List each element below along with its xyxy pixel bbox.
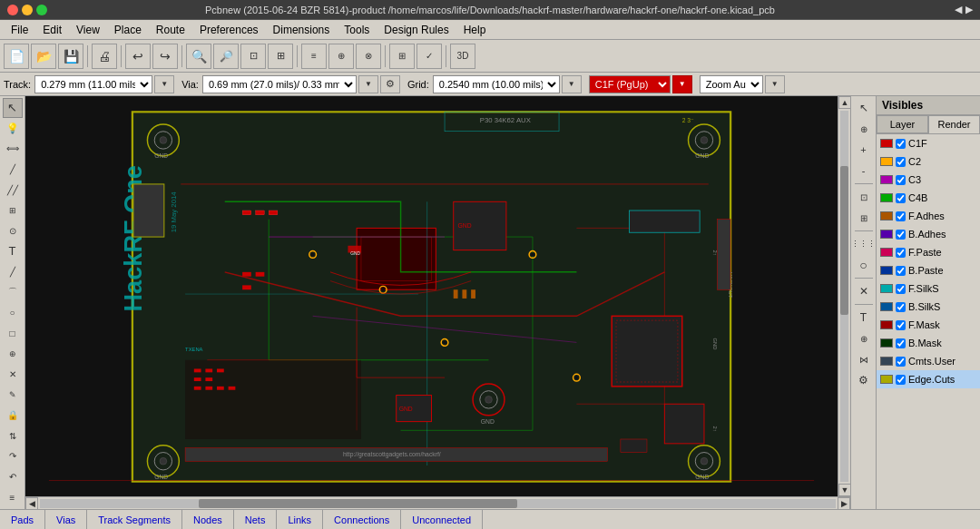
maximize-button[interactable]: [36, 5, 47, 15]
layer-row-edge-cuts[interactable]: Edge.Cuts: [877, 370, 980, 388]
lock-tool[interactable]: 🔒: [3, 406, 23, 426]
hscroll-thumb[interactable]: [199, 499, 517, 508]
circle-rt-button[interactable]: ○: [854, 255, 874, 275]
status-item-unconnected[interactable]: Unconnected: [401, 510, 483, 529]
status-item-vias[interactable]: Vias: [45, 510, 87, 529]
next-arrow[interactable]: ▶: [965, 4, 973, 15]
layer-checkbox-c2[interactable]: [896, 157, 906, 167]
layer-button[interactable]: ⊞: [389, 44, 415, 69]
via-select[interactable]: 0.69 mm (27.0 mils)/ 0.33 mm (13.0 mils): [202, 75, 357, 93]
zoom-out-rt-button[interactable]: -: [854, 161, 874, 181]
view3d-button[interactable]: 3D: [450, 44, 475, 69]
layer-row-f-silks[interactable]: F.SilkS: [877, 279, 980, 298]
layer-row-b-adhes[interactable]: B.Adhes: [877, 225, 980, 243]
layer-tab[interactable]: Layer: [877, 115, 928, 133]
properties-tool[interactable]: ≡: [3, 487, 23, 507]
grid-select[interactable]: 0.2540 mm (10.00 mils): [433, 75, 560, 93]
redo-button[interactable]: ↪: [152, 44, 178, 69]
draw-arc-tool[interactable]: ⌒: [3, 282, 23, 302]
layer-checkbox-cmts.user[interactable]: [896, 357, 906, 367]
status-item-nodes[interactable]: Nodes: [182, 510, 234, 529]
layer-row-b-silks[interactable]: B.SilkS: [877, 298, 980, 316]
layer-checkbox-b.paste[interactable]: [896, 266, 906, 276]
close-button[interactable]: [7, 5, 18, 15]
layer-row-f-mask[interactable]: F.Mask: [877, 316, 980, 334]
zoom-out-button[interactable]: 🔎: [213, 44, 239, 69]
layer-row-f-adhes[interactable]: F.Adhes: [877, 207, 980, 225]
layer-row-c1f[interactable]: C1F: [877, 134, 980, 152]
menu-item-help[interactable]: Help: [456, 22, 494, 38]
layer-row-b-mask[interactable]: B.Mask: [877, 334, 980, 352]
draw-rect-tool[interactable]: □: [3, 324, 23, 344]
layer-row-f-paste[interactable]: F.Paste: [877, 243, 980, 261]
draw-line-tool[interactable]: ╱: [3, 262, 23, 282]
save-button[interactable]: 💾: [58, 44, 83, 69]
zoom-fit-rt-button[interactable]: ⊡: [854, 187, 874, 207]
add-footprint-tool[interactable]: ⊕: [3, 344, 23, 364]
vscrollbar[interactable]: ▲ ▼: [838, 96, 850, 496]
layer-checkbox-b.adhes[interactable]: [896, 230, 906, 240]
net-inspector-button[interactable]: ≡: [301, 44, 327, 69]
menu-item-preferences[interactable]: Preferences: [192, 22, 266, 38]
scroll-right-button[interactable]: ▶: [838, 497, 850, 510]
print-button[interactable]: 🖨: [92, 44, 117, 69]
route-diff-tool[interactable]: ╱╱: [3, 180, 23, 200]
prev-arrow[interactable]: ◀: [955, 4, 962, 15]
layer-row-cmts-user[interactable]: Cmts.User: [877, 352, 980, 370]
measure-tool[interactable]: ⟺: [3, 139, 23, 159]
layer-checkbox-f.adhes[interactable]: [896, 211, 906, 221]
vscroll-thumb[interactable]: [840, 166, 848, 315]
status-item-connections[interactable]: Connections: [323, 510, 401, 529]
menu-item-tools[interactable]: Tools: [337, 22, 377, 38]
anchor-rt-button[interactable]: ⊕: [854, 119, 874, 139]
misc-rt-button[interactable]: ⋈: [854, 349, 874, 369]
layer-checkbox-f.silks[interactable]: [896, 284, 906, 294]
layer-select[interactable]: C1F (PgUp): [589, 75, 671, 93]
cursor-tool[interactable]: ↖: [3, 98, 23, 118]
menu-item-file[interactable]: File: [4, 22, 35, 38]
layer-checkbox-f.paste[interactable]: [896, 248, 906, 258]
minimize-button[interactable]: [22, 5, 33, 15]
via-settings-button[interactable]: ⚙: [380, 75, 400, 93]
track-select[interactable]: 0.279 mm (11.00 mils): [34, 75, 152, 93]
cursor-rt-button[interactable]: ↖: [854, 98, 874, 118]
layer-row-b-paste[interactable]: B.Paste: [877, 261, 980, 279]
render-tab[interactable]: Render: [928, 115, 980, 133]
zoom-dropdown[interactable]: ▼: [765, 75, 785, 93]
layer-checkbox-c1f[interactable]: [896, 139, 906, 149]
dots-rt-button[interactable]: ⋮⋮⋮: [854, 234, 874, 254]
layer-checkbox-edge.cuts[interactable]: [896, 375, 906, 385]
highlight-tool[interactable]: 💡: [3, 119, 23, 139]
menu-item-dimensions[interactable]: Dimensions: [266, 22, 338, 38]
layer-checkbox-b.mask[interactable]: [896, 338, 906, 348]
clearance-button[interactable]: ⊗: [356, 44, 381, 69]
flip-tool[interactable]: ⇅: [3, 426, 23, 446]
scroll-left-button[interactable]: ◀: [25, 497, 38, 510]
zoom-in-button[interactable]: 🔍: [186, 44, 211, 69]
status-item-links[interactable]: Links: [277, 510, 323, 529]
status-item-nets[interactable]: Nets: [234, 510, 278, 529]
drc-button[interactable]: ✓: [416, 44, 442, 69]
layer-checkbox-b.silks[interactable]: [896, 302, 906, 312]
status-item-pads[interactable]: Pads: [0, 510, 45, 529]
menu-item-design rules[interactable]: Design Rules: [377, 22, 456, 38]
track-dropdown[interactable]: ▼: [154, 75, 174, 93]
menu-item-route[interactable]: Route: [149, 22, 192, 38]
layer-checkbox-c3[interactable]: [896, 175, 906, 185]
netlist-button[interactable]: ⊕: [328, 44, 354, 69]
grid-dropdown[interactable]: ▼: [562, 75, 582, 93]
delete-tool[interactable]: ✕: [3, 365, 23, 385]
via-dropdown[interactable]: ▼: [358, 75, 378, 93]
menu-item-place[interactable]: Place: [107, 22, 149, 38]
add-text-tool[interactable]: T: [3, 241, 23, 261]
rotate-ccw-tool[interactable]: ↶: [3, 467, 23, 487]
layer-dropdown[interactable]: ▼: [672, 75, 692, 93]
gear-rt-button[interactable]: ⚙: [854, 370, 874, 390]
edit-footprint-tool[interactable]: ✎: [3, 385, 23, 405]
layer-checkbox-c4b[interactable]: [896, 193, 906, 203]
layer-row-c3[interactable]: C3: [877, 171, 980, 189]
interactive-router-tool[interactable]: ⊞: [3, 201, 23, 220]
scroll-down-button[interactable]: ▼: [838, 484, 850, 496]
scroll-up-button[interactable]: ▲: [838, 96, 850, 109]
zoom-fit-button[interactable]: ⊡: [240, 44, 266, 69]
